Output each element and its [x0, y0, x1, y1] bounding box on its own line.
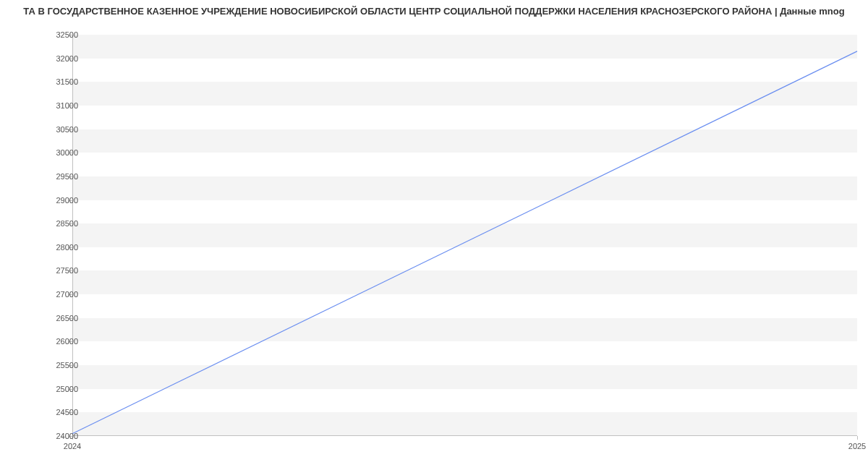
y-tick-label: 24500 [20, 409, 78, 416]
y-tick-label: 28000 [20, 243, 78, 251]
y-tick-label: 25500 [20, 362, 78, 369]
y-tick-label: 24000 [20, 432, 78, 440]
y-tick-label: 25000 [20, 385, 78, 393]
x-tick [857, 436, 858, 440]
chart-title: ТА В ГОСУДАРСТВЕННОЕ КАЗЕННОЕ УЧРЕЖДЕНИЕ… [0, 6, 868, 17]
y-tick-label: 30500 [20, 125, 78, 133]
y-tick-label: 32000 [20, 54, 78, 62]
y-tick-label: 29000 [20, 196, 78, 204]
y-tick-label: 31500 [20, 78, 78, 86]
y-tick-label: 31000 [20, 101, 78, 109]
line-layer [72, 35, 857, 436]
y-tick-label: 27000 [20, 291, 78, 299]
series-line [72, 51, 857, 434]
y-tick-label: 30000 [20, 149, 78, 157]
x-tick-label: 2024 [64, 442, 81, 450]
y-tick-label: 27500 [20, 267, 78, 275]
y-tick-label: 26000 [20, 338, 78, 346]
y-tick-label: 26500 [20, 314, 78, 322]
plot-area [72, 35, 857, 436]
y-tick-label: 29500 [20, 172, 78, 180]
x-tick-label: 2025 [848, 442, 866, 450]
y-tick-label: 28500 [20, 220, 78, 228]
y-tick-label: 32500 [20, 31, 78, 39]
